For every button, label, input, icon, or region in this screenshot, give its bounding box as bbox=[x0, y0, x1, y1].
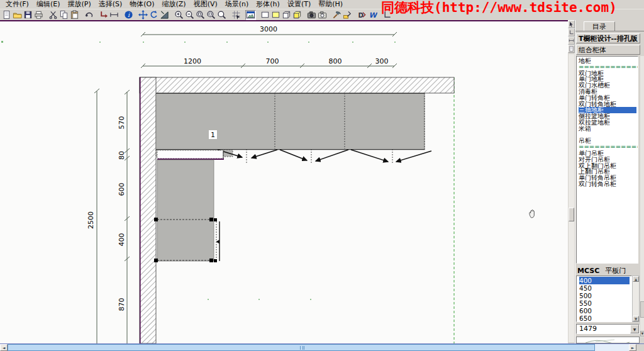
copy-button[interactable] bbox=[58, 10, 69, 20]
camera-view-button[interactable] bbox=[306, 10, 317, 20]
depth-value: 1479 bbox=[577, 325, 597, 333]
catalog-item[interactable]: 双门转角吊柜 bbox=[579, 181, 638, 187]
catalog-group-button[interactable]: 组合柜体 bbox=[576, 45, 640, 55]
size-item[interactable]: 550 bbox=[579, 299, 631, 307]
pointer-tool-button[interactable] bbox=[568, 20, 575, 28]
zoom-extents-button[interactable] bbox=[216, 10, 227, 20]
scroll-left-icon[interactable]: ◄ bbox=[0, 344, 8, 351]
zoom-in-icon bbox=[174, 10, 184, 20]
menu-item-5[interactable]: 物体(O) bbox=[126, 0, 158, 9]
menu-item-7[interactable]: 视图(V) bbox=[190, 0, 221, 9]
svg-text:700: 700 bbox=[266, 57, 279, 65]
render-view-icon bbox=[246, 10, 255, 20]
menu-item-6[interactable]: 缩放(Z) bbox=[158, 0, 190, 9]
camera-capture-button[interactable] bbox=[317, 10, 328, 20]
wireframe-rect-button[interactable] bbox=[260, 10, 270, 20]
object-info-button[interactable] bbox=[123, 10, 134, 20]
wireframe-box-button[interactable] bbox=[281, 10, 292, 20]
tab-catalog[interactable]: 目录 bbox=[584, 21, 615, 31]
hscroll-thumb[interactable] bbox=[8, 344, 595, 351]
wall-corner-tool-button[interactable] bbox=[568, 28, 575, 36]
scroll-right-icon[interactable]: ► bbox=[629, 344, 636, 351]
cut-button[interactable] bbox=[48, 10, 58, 20]
catalog-item[interactable]: 米箱 bbox=[579, 126, 638, 132]
svg-text:400: 400 bbox=[118, 233, 126, 247]
size-list[interactable]: 400450500550600650 bbox=[576, 276, 632, 322]
size-list-scrollbar[interactable]: ▲ ▼ bbox=[632, 276, 640, 322]
size-item[interactable]: 450 bbox=[579, 284, 631, 292]
wall-corner-tool-icon bbox=[569, 30, 574, 35]
base-cabinet-run[interactable] bbox=[157, 150, 224, 261]
side-tool-stack bbox=[568, 20, 575, 53]
scroll-down-icon[interactable]: ▼ bbox=[633, 316, 639, 321]
filled-rect-button[interactable] bbox=[270, 10, 281, 20]
snap-grid-icon bbox=[231, 10, 241, 20]
canvas-vscroll-thumb[interactable] bbox=[569, 208, 574, 221]
snap-grid-button[interactable] bbox=[231, 10, 242, 20]
menu-item-2[interactable]: 编辑(E) bbox=[33, 0, 64, 9]
sidebar-scroll-down-icon[interactable]: ▼ bbox=[640, 331, 644, 337]
solid-box-button[interactable] bbox=[292, 10, 303, 20]
svg-text:600: 600 bbox=[118, 183, 126, 196]
wall-tool-icon bbox=[368, 10, 377, 20]
solid-box-icon bbox=[292, 10, 302, 20]
sheet-tool-button[interactable] bbox=[568, 45, 575, 53]
print-button[interactable] bbox=[33, 10, 44, 20]
rotate-tool-button[interactable] bbox=[148, 10, 159, 20]
svg-text:80: 80 bbox=[118, 151, 126, 160]
offset-tool-button[interactable] bbox=[98, 10, 109, 20]
item-preview bbox=[576, 337, 640, 343]
material-tool-button[interactable] bbox=[342, 10, 353, 20]
panel-type-label: 平板门 bbox=[605, 267, 626, 275]
new-file-button[interactable] bbox=[1, 10, 12, 20]
undo-icon bbox=[84, 10, 94, 20]
measure-tool-icon bbox=[109, 10, 119, 20]
zoom-out-button[interactable] bbox=[184, 10, 195, 20]
dim-tool-button[interactable] bbox=[568, 36, 575, 45]
drawing-canvas[interactable]: 1 bbox=[0, 20, 568, 343]
camera-capture-icon bbox=[318, 10, 327, 20]
menu-item-8[interactable]: 场景(n) bbox=[221, 0, 253, 9]
material-tool-icon bbox=[343, 10, 352, 20]
size-item[interactable]: 400 bbox=[579, 277, 630, 284]
catalog-list[interactable]: 地柜================双门地柜单门地柜双门水槽柜消毒柜单门转角柜双… bbox=[576, 56, 638, 264]
open-file-button[interactable] bbox=[12, 10, 23, 20]
save-file-button[interactable] bbox=[23, 10, 33, 20]
scale-tool-icon bbox=[160, 10, 169, 20]
menu-item-9[interactable]: 形体(h) bbox=[252, 0, 284, 9]
move-tool-button[interactable] bbox=[138, 10, 148, 20]
scale-tool-button[interactable] bbox=[159, 10, 170, 20]
measure-tool-button[interactable] bbox=[109, 10, 119, 20]
zoom-in-button[interactable] bbox=[174, 10, 184, 20]
size-item[interactable]: 650 bbox=[579, 315, 631, 322]
sidebar-scroll-thumb[interactable] bbox=[640, 301, 644, 318]
dimension-tool-icon bbox=[357, 10, 367, 20]
zoom-window-button[interactable] bbox=[195, 10, 206, 20]
canvas-hscrollbar[interactable]: ◄ ► bbox=[0, 343, 644, 351]
depth-dropdown[interactable]: 1479 ▼ bbox=[576, 324, 640, 334]
size-item[interactable]: 600 bbox=[579, 307, 631, 315]
menu-item-3[interactable]: 摆放(P) bbox=[64, 0, 94, 9]
dropdown-arrow-icon[interactable]: ▼ bbox=[630, 325, 639, 333]
menu-item-1[interactable]: 文件(F) bbox=[2, 0, 33, 9]
undo-button[interactable] bbox=[84, 10, 94, 20]
paste-icon bbox=[70, 10, 79, 20]
zoom-all-button[interactable] bbox=[206, 10, 216, 20]
zoom-out-icon bbox=[185, 10, 194, 20]
upper-cabinet-run[interactable] bbox=[156, 93, 425, 157]
size-item[interactable]: 500 bbox=[579, 292, 631, 299]
new-file-icon bbox=[2, 10, 11, 20]
dimension-tool-button[interactable] bbox=[357, 10, 367, 20]
render-view-button[interactable] bbox=[245, 10, 256, 20]
menu-item-4[interactable]: 选择(S) bbox=[95, 0, 126, 9]
paste-button[interactable] bbox=[69, 10, 80, 20]
scroll-up-icon[interactable]: ▲ bbox=[633, 276, 639, 282]
menu-item-11[interactable]: 帮助(H) bbox=[314, 0, 347, 9]
menu-item-10[interactable]: 设置(T) bbox=[284, 0, 314, 9]
sidebar-scrollbar[interactable]: ▼ bbox=[640, 56, 644, 337]
hand-cursor bbox=[530, 210, 535, 218]
catalog-sidebar: 目录 T橱柜设计--排孔版 组合柜体 地柜================双门地… bbox=[575, 20, 644, 343]
tools-button[interactable] bbox=[331, 10, 342, 20]
wall-tool-button[interactable] bbox=[367, 10, 378, 20]
canvas-vscrollbar[interactable] bbox=[569, 54, 574, 342]
